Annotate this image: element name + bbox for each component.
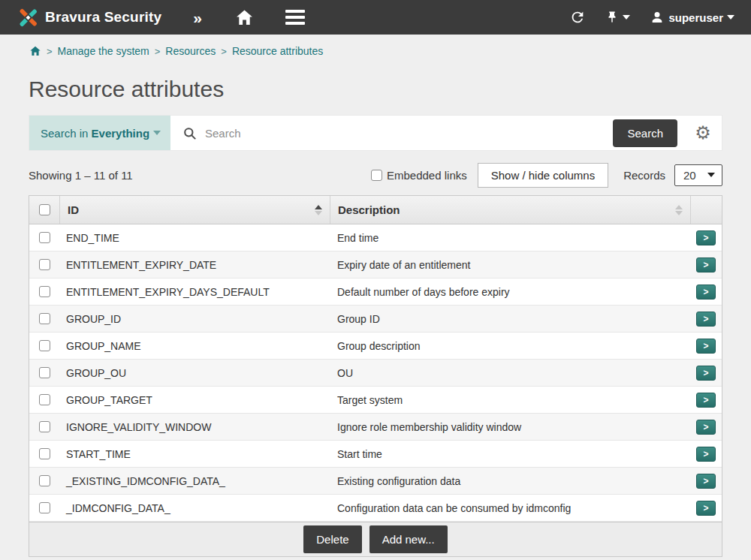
records-select[interactable]: 20 <box>674 164 722 186</box>
select-all-cell <box>29 196 59 224</box>
embedded-links-label: Embedded links <box>387 169 467 182</box>
row-description: Expiry date of an entitlement <box>330 259 690 271</box>
gear-icon[interactable]: ⚙ <box>684 116 722 150</box>
sort-icon-id-asc[interactable] <box>315 205 322 215</box>
row-checkbox[interactable] <box>39 232 50 243</box>
breadcrumb-separator: > <box>221 46 227 57</box>
search-input-area <box>170 116 613 150</box>
breadcrumb-link-manage-the-system[interactable]: Manage the system <box>58 45 149 57</box>
row-checkbox[interactable] <box>39 475 50 486</box>
pin-menu[interactable] <box>605 11 630 24</box>
row-open-button chevron-right-icon[interactable]: > <box>696 447 716 462</box>
user-menu[interactable]: superuser <box>650 10 734 25</box>
row-id: GROUP_TARGET <box>59 394 330 406</box>
row-open-button chevron-right-icon[interactable]: > <box>696 230 716 245</box>
sort-icon-description[interactable] <box>675 205 683 215</box>
search-scope-label: Search in Everything <box>41 127 149 140</box>
row-checkbox[interactable] <box>39 313 50 324</box>
search-input[interactable] <box>205 127 604 140</box>
column-header-description[interactable]: Description <box>330 196 690 224</box>
row-id: IGNORE_VALIDITY_WINDOW <box>59 421 330 433</box>
row-id: END_TIME <box>59 232 330 244</box>
table-row: IGNORE_VALIDITY_WINDOW Ignore role membe… <box>29 414 722 441</box>
row-checkbox[interactable] <box>39 394 50 405</box>
table-row: _EXISTING_IDMCONFIG_DATA_ Existing confi… <box>29 468 722 495</box>
row-id: _EXISTING_IDMCONFIG_DATA_ <box>59 475 330 487</box>
column-header-id[interactable]: ID <box>59 196 330 224</box>
row-description: Ignore role membership validity window <box>330 421 690 433</box>
row-open-button chevron-right-icon[interactable]: > <box>696 366 716 381</box>
refresh-icon[interactable] <box>569 9 586 26</box>
pushpin-icon <box>605 11 619 24</box>
row-open-button chevron-right-icon[interactable]: > <box>696 285 716 300</box>
table-row: _IDMCONFIG_DATA_ Configuration data can … <box>29 495 722 522</box>
row-description: Existing configuration data <box>330 475 690 487</box>
row-id: GROUP_NAME <box>59 340 330 352</box>
table-row: GROUP_OU OU > <box>29 360 722 387</box>
row-checkbox[interactable] <box>39 259 50 270</box>
add-new-button[interactable]: Add new... <box>369 525 448 553</box>
row-description: End time <box>330 232 690 244</box>
table-footer: Delete Add new... <box>29 522 722 556</box>
breadcrumb: > Manage the system > Resources > Resour… <box>0 35 751 57</box>
row-checkbox[interactable] <box>39 502 50 513</box>
scope-caret-icon <box>153 131 161 135</box>
bravura-pinwheel-icon <box>18 8 38 28</box>
row-description: Group ID <box>330 313 690 325</box>
row-description: Target system <box>330 394 690 406</box>
row-open-button chevron-right-icon[interactable]: > <box>696 312 716 327</box>
row-id: GROUP_ID <box>59 313 330 325</box>
user-name: superuser <box>668 11 723 24</box>
row-open-button chevron-right-icon[interactable]: > <box>696 474 716 489</box>
row-checkbox[interactable] <box>39 286 50 297</box>
row-checkbox[interactable] <box>39 448 50 459</box>
row-open-button chevron-right-icon[interactable]: > <box>696 257 716 272</box>
select-all-checkbox[interactable] <box>39 204 50 215</box>
delete-button[interactable]: Delete <box>303 525 361 553</box>
table-body: END_TIME End time > ENTITLEMENT_EXPIRY_D… <box>29 224 722 522</box>
row-checkbox[interactable] <box>39 340 50 351</box>
table-row: GROUP_TARGET Target system > <box>29 387 722 414</box>
row-id: GROUP_OU <box>59 367 330 379</box>
page-title: Resource attributes <box>29 77 751 102</box>
brand-logo[interactable]: Bravura Security <box>18 8 161 28</box>
menu-icon[interactable] <box>285 7 305 28</box>
breadcrumb-link-resources[interactable]: Resources <box>165 45 216 57</box>
records-value: 20 <box>683 169 696 182</box>
row-description: Group description <box>330 340 690 352</box>
search-icon <box>182 126 197 140</box>
row-description: Configuration data can be consumed by id… <box>330 502 690 514</box>
table-row: ENTITLEMENT_EXPIRY_DAYS_DEFAULT Default … <box>29 278 722 306</box>
table-row: ENTITLEMENT_EXPIRY_DATE Expiry date of a… <box>29 251 722 278</box>
search-button[interactable]: Search <box>613 119 677 147</box>
search-panel: Search in Everything Search ⚙ <box>29 115 722 151</box>
breadcrumb-link-resource-attributes[interactable]: Resource attributes <box>232 45 323 57</box>
table-header: ID Description <box>29 196 722 224</box>
show-hide-columns-button[interactable]: Show / hide columns <box>478 163 608 188</box>
row-id: START_TIME <box>59 448 330 460</box>
table-row: END_TIME End time > <box>29 224 722 251</box>
column-header-actions <box>690 196 722 224</box>
row-checkbox[interactable] <box>39 421 50 432</box>
sidebar-expand-button[interactable]: » <box>193 10 202 26</box>
table-row: GROUP_NAME Group description > <box>29 333 722 360</box>
row-open-button chevron-right-icon[interactable]: > <box>696 420 716 435</box>
embedded-links-toggle[interactable]: Embedded links <box>371 169 467 182</box>
row-open-button chevron-right-icon[interactable]: > <box>696 339 716 354</box>
row-description: Default number of days before expiry <box>330 286 690 298</box>
controls-row: Showing 1 – 11 of 11 Embedded links Show… <box>29 163 722 187</box>
row-open-button chevron-right-icon[interactable]: > <box>696 501 716 516</box>
user-caret-icon <box>727 15 734 20</box>
breadcrumb-separator: > <box>155 46 161 57</box>
row-id: ENTITLEMENT_EXPIRY_DATE <box>59 259 330 271</box>
home-icon[interactable] <box>235 8 254 27</box>
breadcrumb-separator: > <box>47 46 53 57</box>
row-checkbox[interactable] <box>39 367 50 378</box>
breadcrumb-home-icon[interactable] <box>29 45 41 57</box>
table-row: GROUP_ID Group ID > <box>29 306 722 333</box>
row-id: ENTITLEMENT_EXPIRY_DAYS_DEFAULT <box>59 286 330 298</box>
row-open-button chevron-right-icon[interactable]: > <box>696 393 716 408</box>
search-scope-dropdown[interactable]: Search in Everything <box>29 116 170 150</box>
person-icon <box>650 10 665 25</box>
embedded-links-checkbox[interactable] <box>371 170 382 181</box>
